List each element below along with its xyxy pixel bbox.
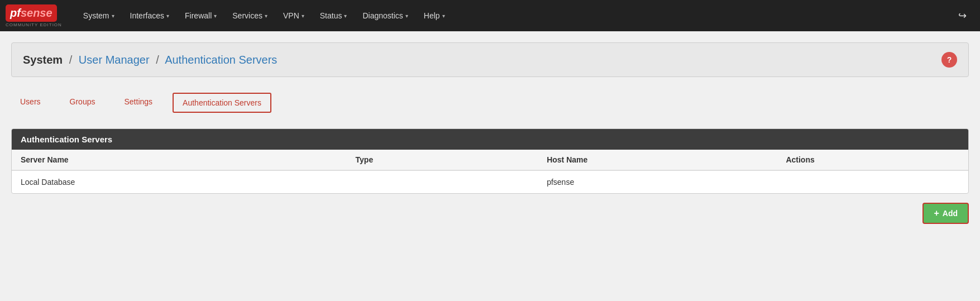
chevron-down-icon: ▾ <box>344 13 347 19</box>
nav-item-system[interactable]: System ▾ <box>75 0 122 31</box>
breadcrumb-system: System <box>23 54 63 66</box>
col-header-actions: Actions <box>777 150 968 170</box>
add-button[interactable]: + Add <box>922 203 969 224</box>
add-label: Add <box>943 209 958 218</box>
brand-pf: pf <box>10 7 21 20</box>
nav-item-diagnostics[interactable]: Diagnostics ▾ <box>355 0 415 31</box>
logout-icon: ↪ <box>958 9 967 22</box>
cell-type <box>347 170 538 193</box>
nav-item-vpn[interactable]: VPN ▾ <box>275 0 312 31</box>
table-header-row: Server Name Type Host Name Actions <box>12 150 968 170</box>
chevron-down-icon: ▾ <box>405 13 408 19</box>
nav-right: ↪ <box>950 0 974 31</box>
breadcrumb-sep2: / <box>156 54 159 66</box>
table-section-title: Authentication Servers <box>12 129 968 150</box>
auth-servers-table: Server Name Type Host Name Actions Local… <box>12 150 968 193</box>
auth-servers-table-section: Authentication Servers Server Name Type … <box>11 128 969 194</box>
breadcrumb-user-manager[interactable]: User Manager <box>79 54 150 66</box>
chevron-down-icon: ▾ <box>214 13 217 19</box>
cell-server-name: Local Database <box>12 170 347 193</box>
tab-bar: Users Groups Settings Authentication Ser… <box>11 88 969 117</box>
chevron-down-icon: ▾ <box>302 13 304 19</box>
breadcrumb: System / User Manager / Authentication S… <box>23 54 277 66</box>
help-button[interactable]: ? <box>941 52 957 68</box>
nav-item-help[interactable]: Help ▾ <box>416 0 453 31</box>
chevron-down-icon: ▾ <box>442 13 445 19</box>
cell-hostname: pfsense <box>538 170 777 193</box>
add-button-row: + Add <box>11 203 969 224</box>
tab-settings[interactable]: Settings <box>115 93 161 113</box>
brand-logo[interactable]: pfsense COMMUNITY EDITION <box>6 4 62 27</box>
tab-groups[interactable]: Groups <box>61 93 104 113</box>
nav-menu: System ▾ Interfaces ▾ Firewall ▾ Service… <box>75 0 950 31</box>
col-header-type: Type <box>347 150 538 170</box>
main-content: System / User Manager / Authentication S… <box>0 31 980 235</box>
chevron-down-icon: ▾ <box>166 13 169 19</box>
brand-sense: sense <box>21 7 52 20</box>
nav-item-status[interactable]: Status ▾ <box>312 0 355 31</box>
col-header-name: Server Name <box>12 150 347 170</box>
breadcrumb-sep1: / <box>69 54 73 66</box>
tab-authentication-servers[interactable]: Authentication Servers <box>173 93 271 113</box>
breadcrumb-current: Authentication Servers <box>165 54 277 66</box>
navbar: pfsense COMMUNITY EDITION System ▾ Inter… <box>0 0 980 31</box>
brand-edition: COMMUNITY EDITION <box>6 22 62 27</box>
plus-icon: + <box>934 208 939 218</box>
logout-button[interactable]: ↪ <box>950 0 974 31</box>
chevron-down-icon: ▾ <box>265 13 267 19</box>
chevron-down-icon: ▾ <box>112 13 114 19</box>
tab-users[interactable]: Users <box>11 93 50 113</box>
table-row: Local Database pfsense <box>12 170 968 193</box>
nav-item-firewall[interactable]: Firewall ▾ <box>177 0 224 31</box>
breadcrumb-bar: System / User Manager / Authentication S… <box>11 42 969 77</box>
cell-actions <box>777 170 968 193</box>
col-header-hostname: Host Name <box>538 150 777 170</box>
nav-item-services[interactable]: Services ▾ <box>224 0 275 31</box>
nav-item-interfaces[interactable]: Interfaces ▾ <box>122 0 177 31</box>
